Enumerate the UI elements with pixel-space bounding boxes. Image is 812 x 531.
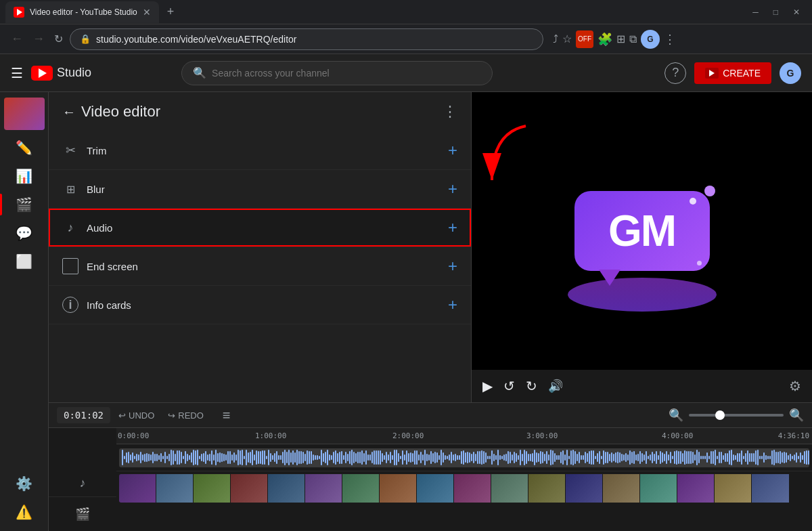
new-tab-button[interactable]: + [162, 2, 180, 22]
undo-icon: ↩ [118, 410, 126, 421]
nav-refresh-button[interactable]: ↻ [51, 30, 66, 48]
sidebar-item-subtitles[interactable]: ⬜ [0, 248, 48, 275]
undo-button[interactable]: ↩ UNDO [113, 408, 160, 423]
film-frame-5 [268, 474, 305, 503]
film-frame-7 [342, 474, 380, 503]
back-button[interactable]: ← [62, 104, 76, 120]
youtube-icon [31, 66, 53, 81]
time-display: 0:01:02 [57, 407, 110, 423]
tool-item-infocards[interactable]: i Info cards + [49, 286, 471, 324]
active-bar [0, 194, 2, 215]
tab-close-icon[interactable]: ✕ [143, 7, 151, 18]
maximize-button[interactable]: □ [767, 5, 785, 20]
ext3-icon[interactable]: ⊞ [616, 33, 625, 45]
gm-dot-right [704, 186, 715, 196]
timeline-menu-button[interactable]: ≡ [223, 408, 231, 423]
tool-item-audio[interactable]: ♪ Audio + [49, 209, 471, 247]
blur-add-button[interactable]: + [448, 179, 457, 198]
gm-dot-white2 [697, 261, 702, 266]
nav-forward-button[interactable]: → [30, 29, 47, 49]
sidebar-item-edit[interactable]: ✏️ [0, 134, 48, 161]
zoom-in-button[interactable]: 🔍 [789, 408, 804, 423]
address-bar[interactable]: 🔒 studio.youtube.com/video/veVxeuAETRQ/e… [70, 28, 543, 50]
video-track-icon: 🎬 [75, 507, 90, 522]
undo-label: UNDO [129, 410, 154, 421]
subtitles-icon: ⬜ [16, 253, 32, 270]
yt-logo[interactable]: Studio [31, 66, 91, 81]
header-actions: ? CREATE G [664, 62, 801, 84]
nav-ext-icons: ⤴ ☆ OFF 🧩 ⊞ ⧉ G ⋮ [553, 30, 676, 49]
trim-icon: ✂ [62, 142, 78, 158]
zoom-slider[interactable] [689, 414, 784, 417]
tools-more-button[interactable]: ⋮ [443, 103, 457, 121]
ext1-icon[interactable]: OFF [576, 30, 593, 48]
create-button[interactable]: CREATE [694, 62, 771, 84]
video-filmstrip[interactable] [119, 474, 809, 503]
lock-icon: 🔒 [80, 34, 91, 44]
gm-bubble: GM [574, 191, 710, 271]
blur-label: Blur [87, 184, 448, 195]
film-frame-13 [566, 474, 603, 503]
forward-button[interactable]: ↻ [526, 378, 537, 394]
hamburger-button[interactable]: ☰ [11, 65, 23, 81]
ext4-icon[interactable]: ⧉ [629, 33, 637, 45]
tool-item-trim[interactable]: ✂ Trim + [49, 131, 471, 170]
film-frame-16 [677, 474, 715, 503]
browser-tab[interactable]: Video editor - YouTube Studio ✕ [5, 1, 159, 23]
user-avatar[interactable]: G [780, 62, 801, 84]
share-icon[interactable]: ⤴ [553, 33, 558, 45]
ext2-icon[interactable]: 🧩 [597, 32, 612, 47]
film-frame-2 [156, 474, 194, 503]
endscreen-add-button[interactable]: + [448, 257, 457, 276]
audio-label: Audio [87, 222, 448, 234]
audio-waveform[interactable] [119, 448, 809, 467]
sidebar-item-thumbnail[interactable] [4, 98, 45, 130]
tool-item-endscreen[interactable]: End screen + [49, 247, 471, 286]
timeline-section: 0:01:02 ↩ UNDO ↪ REDO ≡ 🔍 [49, 402, 812, 531]
film-frame-14 [603, 474, 640, 503]
close-button[interactable]: ✕ [786, 5, 807, 20]
search-input[interactable] [212, 68, 481, 79]
nav-back-button[interactable]: ← [8, 29, 26, 49]
blur-icon: ⊞ [62, 181, 78, 197]
sidebar-item-analytics[interactable]: 📊 [0, 163, 48, 190]
sidebar-item-video[interactable]: 🎬 [0, 191, 48, 218]
play-button[interactable]: ▶ [482, 378, 493, 394]
nav-bar: ← → ↻ 🔒 studio.youtube.com/video/veVxeuA… [0, 24, 812, 54]
redo-button[interactable]: ↪ REDO [162, 408, 209, 423]
video-preview: GM [472, 92, 812, 402]
url-text: studio.youtube.com/video/veVxeuAETRQ/edi… [96, 34, 297, 45]
timeline-toolbar: 0:01:02 ↩ UNDO ↪ REDO ≡ 🔍 [49, 403, 812, 428]
sidebar-item-alert[interactable]: ⚠️ [0, 498, 48, 526]
film-frame-18 [752, 474, 789, 503]
sidebar-item-comments[interactable]: 💬 [0, 219, 48, 247]
ruler-mark-0: 0:00:00 [118, 431, 149, 440]
help-button[interactable]: ? [664, 62, 686, 84]
gm-logo: GM [574, 191, 710, 271]
video-track-label: 🎬 [49, 497, 116, 531]
bookmark-icon[interactable]: ☆ [562, 33, 572, 45]
browser-chrome: Video editor - YouTube Studio ✕ + ─ □ ✕ [0, 0, 812, 24]
search-bar[interactable]: 🔍 [181, 61, 493, 85]
sidebar-item-settings[interactable]: ⚙️ [0, 470, 48, 497]
volume-button[interactable]: 🔊 [548, 379, 563, 394]
nav-menu-icon[interactable]: ⋮ [664, 32, 676, 47]
video-canvas: GM [472, 92, 812, 370]
zoom-thumb[interactable] [715, 410, 725, 420]
settings-button[interactable]: ⚙ [789, 378, 801, 394]
film-frame-8 [380, 474, 417, 503]
film-frame-17 [715, 474, 752, 503]
infocards-add-button[interactable]: + [448, 295, 457, 314]
minimize-button[interactable]: ─ [746, 5, 765, 20]
profile-avatar[interactable]: G [641, 30, 660, 49]
zoom-out-button[interactable]: 🔍 [669, 408, 683, 423]
film-frame-6 [305, 474, 342, 503]
rewind-button[interactable]: ↺ [503, 378, 515, 394]
app-container: ☰ Studio 🔍 ? CREATE G [0, 54, 812, 531]
redo-label: REDO [178, 410, 204, 421]
tool-item-blur[interactable]: ⊞ Blur + [49, 170, 471, 209]
gm-dot-white1 [690, 198, 696, 205]
trim-add-button[interactable]: + [448, 141, 457, 160]
ruler-mark-end: 4:36:10 [778, 431, 809, 440]
audio-add-button[interactable]: + [448, 218, 457, 237]
